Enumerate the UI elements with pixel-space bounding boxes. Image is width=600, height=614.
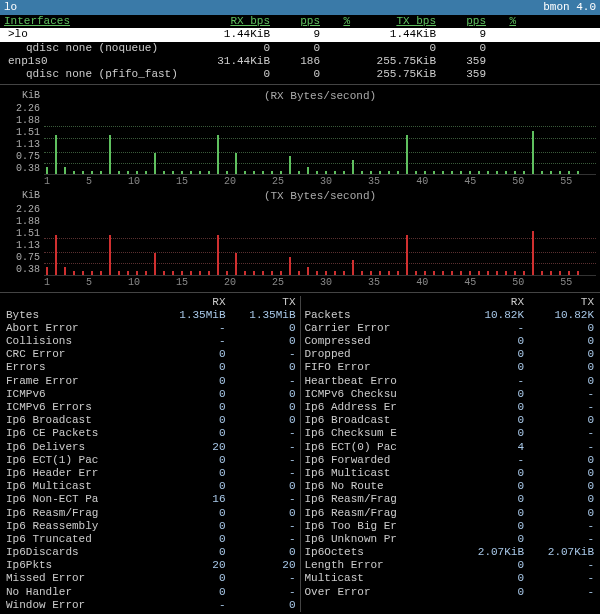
stat-name: FIFO Error <box>305 361 455 374</box>
stat-tx: - <box>524 388 594 401</box>
stat-tx: - <box>524 520 594 533</box>
stat-tx: 0 <box>226 599 296 612</box>
stat-name: Abort Error <box>6 322 156 335</box>
stat-name: Frame Error <box>6 375 156 388</box>
stat-row: ICMPv600 <box>6 388 296 401</box>
stat-tx: 0 <box>524 335 594 348</box>
stat-tx: 0 <box>226 335 296 348</box>
stat-tx: 0 <box>226 388 296 401</box>
stat-rx: 0 <box>454 493 524 506</box>
stat-name: Ip6 Multicast <box>6 480 156 493</box>
rx-title: (RX Bytes/second) <box>44 90 596 103</box>
iface-tx: 1.44KiB <box>366 28 436 41</box>
interface-row[interactable]: qdisc none (pfifo_fast)00255.75KiB359 <box>0 68 600 81</box>
stat-rx: 1.35MiB <box>156 309 226 322</box>
stat-name: Ip6 Forwarded <box>305 454 455 467</box>
interface-row[interactable]: enp1s031.44KiB186255.75KiB359 <box>0 55 600 68</box>
stat-name: Ip6Discards <box>6 546 156 559</box>
stat-tx: - <box>524 586 594 599</box>
stat-tx: - <box>226 427 296 440</box>
stat-row: Heartbeat Erro-0 <box>305 375 595 388</box>
interface-row[interactable]: >lo1.44KiB91.44KiB9 <box>0 28 600 41</box>
stats-hdr-rx: RX <box>156 296 226 309</box>
stat-name: Length Error <box>305 559 455 572</box>
stat-name: Ip6 CE Packets <box>6 427 156 440</box>
stat-name: Ip6 Multicast <box>305 467 455 480</box>
stat-rx: 0 <box>454 427 524 440</box>
stat-row: Over Error0- <box>305 586 595 599</box>
stat-tx: - <box>524 401 594 414</box>
stat-name: Dropped <box>305 348 455 361</box>
stat-name: Errors <box>6 361 156 374</box>
stat-rx: 0 <box>454 361 524 374</box>
stat-rx: 4 <box>454 441 524 454</box>
tx-yunit: KiB <box>4 190 44 203</box>
interface-list[interactable]: >lo1.44KiB91.44KiB9 qdisc none (noqueue)… <box>0 28 600 81</box>
stat-name: Ip6 Truncated <box>6 533 156 546</box>
stats-panel: RX TX Bytes1.35MiB1.35MiBAbort Error-0Co… <box>0 296 600 613</box>
stat-row: Ip6 Multicast00 <box>6 480 296 493</box>
stat-row: Ip6 Reassembly0- <box>6 520 296 533</box>
hdr-txbps: TX bps <box>366 15 436 28</box>
iface-tx: 0 <box>366 42 436 55</box>
title-right: bmon 4.0 <box>543 1 596 14</box>
stat-row: Ip6 Too Big Er0- <box>305 520 595 533</box>
stat-rx: - <box>454 454 524 467</box>
stat-rx: 0 <box>156 520 226 533</box>
iface-tx: 255.75KiB <box>366 55 436 68</box>
stat-row: Ip6 Non-ECT Pa16- <box>6 493 296 506</box>
stat-rx: 0 <box>454 507 524 520</box>
iface-rxpps: 0 <box>270 68 320 81</box>
stat-row: Dropped00 <box>305 348 595 361</box>
stat-row: Abort Error-0 <box>6 322 296 335</box>
stat-name: Ip6 ECT(0) Pac <box>305 441 455 454</box>
interface-row[interactable]: qdisc none (noqueue)0000 <box>0 42 600 55</box>
stat-rx: 0 <box>454 388 524 401</box>
stat-row: ICMPv6 Checksu0- <box>305 388 595 401</box>
stats-hdr-tx2: TX <box>524 296 594 309</box>
stat-row: Ip6 Delivers20- <box>6 441 296 454</box>
stat-row: Ip6 Reasm/Frag00 <box>305 493 595 506</box>
stat-tx: 0 <box>524 454 594 467</box>
stat-name: Ip6 ECT(1) Pac <box>6 454 156 467</box>
stat-row: Ip6 CE Packets0- <box>6 427 296 440</box>
stat-name: Ip6 Broadcast <box>305 414 455 427</box>
stat-rx: 0 <box>156 401 226 414</box>
stat-row: Ip6 Truncated0- <box>6 533 296 546</box>
stat-name: Ip6Pkts <box>6 559 156 572</box>
tx-xticks: 151015202530354045505560 <box>4 276 596 289</box>
tx-title: (TX Bytes/second) <box>44 190 596 203</box>
stat-tx: 1.35MiB <box>226 309 296 322</box>
stat-tx: 0 <box>524 414 594 427</box>
stat-name: Ip6 Delivers <box>6 441 156 454</box>
stat-row: Ip6 Address Er0- <box>305 401 595 414</box>
stat-row: Frame Error0- <box>6 375 296 388</box>
iface-rxpps: 9 <box>270 28 320 41</box>
stat-tx: - <box>226 533 296 546</box>
stat-rx: 0 <box>156 348 226 361</box>
iface-txpps: 359 <box>436 68 486 81</box>
stat-tx: - <box>226 520 296 533</box>
stat-row: Ip6 No Route00 <box>305 480 595 493</box>
stat-name: Heartbeat Erro <box>305 375 455 388</box>
stat-tx: - <box>226 375 296 388</box>
stat-rx: 0 <box>454 348 524 361</box>
stat-row: Ip6 Broadcast00 <box>6 414 296 427</box>
stats-left: RX TX Bytes1.35MiB1.35MiBAbort Error-0Co… <box>2 296 301 613</box>
stat-row: FIFO Error00 <box>305 361 595 374</box>
stat-name: ICMPv6 <box>6 388 156 401</box>
stat-name: Window Error <box>6 599 156 612</box>
stat-name: Packets <box>305 309 455 322</box>
stats-hdr-rx2: RX <box>454 296 524 309</box>
stat-name: Ip6 Broadcast <box>6 414 156 427</box>
stat-rx: - <box>156 335 226 348</box>
stat-row: Ip6 Broadcast00 <box>305 414 595 427</box>
stat-tx: 0 <box>226 507 296 520</box>
stat-name: Over Error <box>305 586 455 599</box>
stat-name: Collisions <box>6 335 156 348</box>
iface-rx: 1.44KiB <box>200 28 270 41</box>
interface-name: >lo <box>4 28 184 41</box>
stat-name: No Handler <box>6 586 156 599</box>
stat-rx: 0 <box>454 586 524 599</box>
stat-rx: 0 <box>156 361 226 374</box>
